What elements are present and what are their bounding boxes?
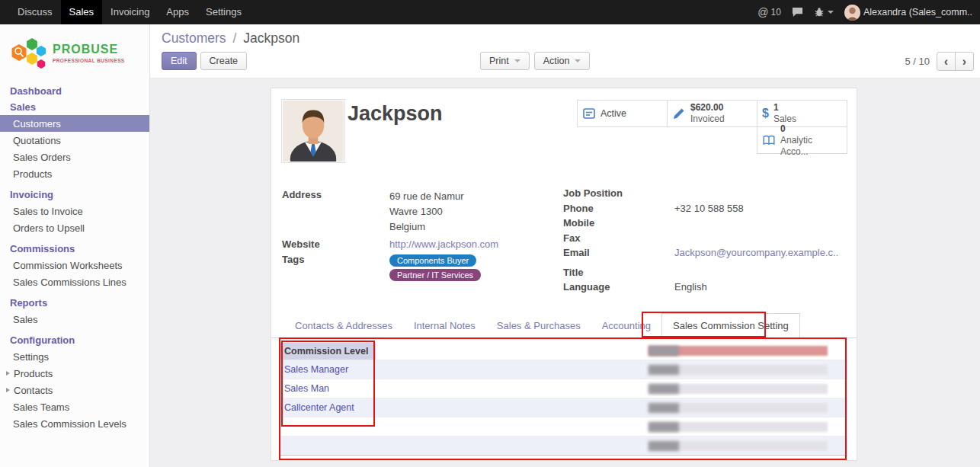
tag-partner-it-services[interactable]: Partner / IT Services <box>389 269 481 281</box>
commission-level-column-header[interactable]: Commission Level <box>280 343 376 360</box>
menu-discuss[interactable]: Discuss <box>9 0 61 24</box>
chat-bubble-icon <box>792 7 803 18</box>
invoiced-label: Invoiced <box>690 114 725 125</box>
menu-settings[interactable]: Settings <box>197 0 250 24</box>
invoiced-value: $620.00 <box>690 102 725 114</box>
sales-count-value: 1 <box>773 102 796 114</box>
tab-sales-commission-setting[interactable]: Sales Commission Setting <box>661 313 800 338</box>
email-label: Email <box>563 247 674 258</box>
form-buttons: Edit Create <box>162 52 247 70</box>
action-label: Action <box>543 56 570 66</box>
email-link[interactable]: Jackpson@yourcompany.example.c.. <box>674 247 838 258</box>
phone-label: Phone <box>563 203 674 214</box>
sidebar-item-config-products[interactable]: Products <box>0 365 149 382</box>
phone-value: +32 10 588 558 <box>674 203 744 214</box>
table-row[interactable]: Callcenter Agent <box>280 398 847 417</box>
customer-photo[interactable] <box>281 99 345 163</box>
sidebar: PROBUSE PROFESSIONAL BUSINESS Dashboard … <box>0 24 150 467</box>
sidebar-item-sales-teams[interactable]: Sales Teams <box>0 398 149 415</box>
create-button[interactable]: Create <box>200 52 248 70</box>
analytic-accounts-stat-button[interactable]: 0 Analytic Acco... <box>757 126 847 154</box>
commission-level-cell: Sales Manager <box>280 360 376 379</box>
tab-internal-notes[interactable]: Internal Notes <box>403 314 486 337</box>
menu-sales[interactable]: Sales <box>61 0 103 24</box>
top-bar: Discuss Sales Invoicing Apps Settings @ … <box>0 0 980 24</box>
pager-next-button[interactable]: › <box>955 52 974 71</box>
breadcrumb-current: Jackpson <box>243 30 299 46</box>
tab-accounting[interactable]: Accounting <box>591 314 661 337</box>
sidebar-item-commission-worksheets[interactable]: Commission Worksheets <box>0 257 149 273</box>
sidebar-nav: Dashboard Sales Customers Quotations Sal… <box>0 83 149 432</box>
edit-button[interactable]: Edit <box>162 52 197 70</box>
logo-subtitle: PROFESSIONAL BUSINESS <box>53 58 125 63</box>
sidebar-item-customers[interactable]: Customers <box>0 115 149 132</box>
commission-level-cell: Sales Man <box>280 379 376 398</box>
record-title: Jackpson <box>347 102 443 126</box>
sidebar-item-sales-commission-levels[interactable]: Sales Commission Levels <box>0 415 149 432</box>
breadcrumb-parent[interactable]: Customers <box>162 30 226 46</box>
sidebar-heading-dashboard[interactable]: Dashboard <box>0 83 149 99</box>
pager-previous-button[interactable]: ‹ <box>937 52 956 71</box>
website-link[interactable]: http://www.jackpson.com <box>389 238 498 250</box>
sidebar-heading-invoicing[interactable]: Invoicing <box>0 187 149 203</box>
messages-button[interactable] <box>792 7 803 18</box>
sidebar-item-reports-sales[interactable]: Sales <box>0 311 149 328</box>
pager-counter: 5 / 10 <box>905 56 930 67</box>
sidebar-item-settings[interactable]: Settings <box>0 348 149 365</box>
sidebar-heading-sales[interactable]: Sales <box>0 99 149 115</box>
job-position-label: Job Position <box>563 187 674 199</box>
notebook-tabs: Contacts & Addresses Internal Notes Sale… <box>271 313 857 338</box>
redacted-content <box>649 441 679 451</box>
table-row[interactable] <box>280 436 847 455</box>
sidebar-item-config-contacts[interactable]: Contacts <box>0 382 149 398</box>
print-dropdown[interactable]: Print <box>480 52 530 70</box>
sidebar-heading-commissions[interactable]: Commissions <box>0 241 149 257</box>
action-dropdown[interactable]: Action <box>534 52 591 70</box>
active-toggle-button[interactable]: Active <box>577 100 668 127</box>
website-label: Website <box>282 238 389 250</box>
phone-field: Phone +32 10 588 558 <box>563 203 847 218</box>
sidebar-item-products[interactable]: Products <box>0 165 149 182</box>
sidebar-item-label: Products <box>14 368 53 379</box>
address-value[interactable]: 69 rue de Namur Wavre 1300 Belgium <box>389 189 464 235</box>
main-area: Customers / Jackpson Edit Create Print A… <box>150 24 980 467</box>
debug-menu-button[interactable] <box>814 7 834 18</box>
pager: 5 / 10 ‹ › <box>905 52 974 71</box>
address-line: Wavre 1300 <box>389 204 464 219</box>
fields-right-column: Job Position Phone +32 10 588 558 Mobile… <box>563 187 847 296</box>
mentions-counter[interactable]: @ 10 <box>757 6 781 18</box>
sidebar-item-sales-to-invoice[interactable]: Sales to Invoice <box>0 203 149 219</box>
sidebar-item-sales-commissions-lines[interactable]: Sales Commissions Lines <box>0 273 149 290</box>
tab-contacts-addresses[interactable]: Contacts & Addresses <box>284 314 403 337</box>
address-field: Address 69 rue de Namur Wavre 1300 Belgi… <box>282 189 549 235</box>
expand-arrow-icon <box>6 388 10 392</box>
user-name: Alexandra (Sales_comm.. <box>863 7 972 18</box>
tags-label: Tags <box>282 254 389 281</box>
table-row[interactable]: Sales Man <box>280 379 847 398</box>
sidebar-item-quotations[interactable]: Quotations <box>0 132 149 149</box>
menu-invoicing[interactable]: Invoicing <box>102 0 158 24</box>
tab-sales-purchases[interactable]: Sales & Purchases <box>486 314 591 337</box>
record-form: Jackpson Active <box>271 88 857 461</box>
menu-apps[interactable]: Apps <box>158 0 197 24</box>
redacted-content <box>649 403 679 413</box>
user-menu[interactable]: Alexandra (Sales_comm.. <box>844 5 972 21</box>
fields-left-column: Address 69 rue de Namur Wavre 1300 Belgi… <box>282 189 549 285</box>
tag-components-buyer[interactable]: Components Buyer <box>389 254 476 267</box>
redacted-content <box>649 422 679 432</box>
table-row[interactable]: Sales Manager <box>280 360 847 379</box>
mention-count: 10 <box>771 7 781 18</box>
website-field: Website http://www.jackpson.com <box>282 238 549 250</box>
chevron-down-icon <box>575 59 581 62</box>
table-row[interactable] <box>280 417 847 436</box>
book-icon <box>762 133 776 147</box>
sidebar-item-sales-orders[interactable]: Sales Orders <box>0 149 149 165</box>
language-value: English <box>674 281 707 293</box>
active-label: Active <box>600 108 626 119</box>
commission-level-cell <box>280 437 376 455</box>
sidebar-heading-reports[interactable]: Reports <box>0 295 149 311</box>
invoiced-stat-button[interactable]: $620.00 Invoiced <box>667 100 757 127</box>
chevron-down-icon <box>514 59 520 62</box>
sidebar-heading-configuration[interactable]: Configuration <box>0 332 149 348</box>
sidebar-item-orders-to-upsell[interactable]: Orders to Upsell <box>0 219 149 236</box>
